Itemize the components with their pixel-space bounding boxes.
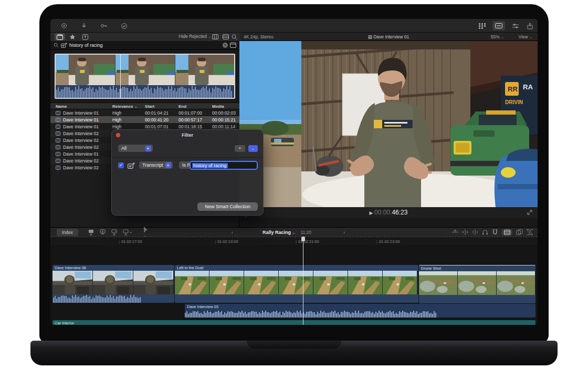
ruler-label: |01:02:17:00: [119, 239, 142, 244]
clip-thumbnail: [244, 271, 279, 294]
search-magnifier-icon: [54, 43, 59, 48]
timeline-clip-video[interactable]: Left in the Dust: [175, 265, 418, 303]
timeline-ruler[interactable]: |01:02:17:00|01:02:19:00|01:02:21:00|01:…: [50, 237, 538, 245]
clip-thumbnail: [313, 271, 348, 294]
photos-audio-icon[interactable]: [67, 33, 78, 40]
timeline-toggle-icon[interactable]: [492, 21, 505, 30]
ruler-label: |01:02:19:00: [215, 239, 238, 244]
clip-thumbnail: [209, 271, 244, 294]
laptop-base-notch: [247, 341, 341, 349]
fcp-window: Hide Rejected ⌄ history of racing ✕: [50, 19, 538, 325]
filter-dialog: Filter All + ⌄ ✓ Transcript Is Related T…: [111, 129, 264, 216]
clip-thumbnail: [93, 271, 133, 294]
ruler-label: |01:02:21:00: [296, 239, 319, 244]
dialog-title: Filter: [112, 130, 263, 138]
list-header[interactable]: Name Relevance ⌄ Start End Media Duratio…: [50, 103, 239, 109]
clip-thumbnail: [175, 271, 209, 294]
timeline-clip-audio[interactable]: Dave Interview 03: [185, 304, 536, 318]
insert-clip-icon[interactable]: [99, 229, 106, 236]
background-tasks-icon[interactable]: [118, 21, 130, 30]
keyword-icon[interactable]: [98, 21, 110, 30]
playhead[interactable]: [303, 237, 303, 325]
clip-thumbnail: [383, 271, 417, 294]
svg-text:DRIVIN: DRIVIN: [505, 99, 523, 105]
import-icon[interactable]: [78, 21, 90, 30]
search-icon[interactable]: [229, 33, 239, 40]
clear-search-icon[interactable]: ✕: [223, 43, 228, 48]
transitions-browser-icon[interactable]: [527, 229, 533, 235]
zoom-popup[interactable]: 55% ⌄: [491, 34, 504, 39]
clip-thumbnail: [458, 271, 497, 295]
new-smart-collection-button[interactable]: New Smart Collection: [197, 202, 258, 211]
col-relevance[interactable]: Relevance ⌄: [112, 104, 138, 109]
view-popup[interactable]: View ⌄: [518, 34, 532, 39]
append-clip-icon[interactable]: [111, 229, 118, 236]
browser-toggle-icon[interactable]: [476, 21, 488, 30]
clip-thumbnail: [175, 55, 235, 85]
viewer-video[interactable]: RR RA DRIVIN: [239, 41, 538, 207]
clip-thumbnail: [116, 55, 175, 85]
timeline-clip-video[interactable]: Dave Interview 06: [52, 265, 174, 303]
effects-browser-icon[interactable]: [516, 229, 523, 235]
timeline-clip-music[interactable]: Car interior: [52, 320, 536, 325]
skimming-icon[interactable]: [462, 229, 468, 235]
prev-project-icon[interactable]: ‹: [232, 230, 233, 235]
filmstrip-view-icon[interactable]: [210, 33, 220, 40]
index-button[interactable]: Index: [57, 229, 78, 236]
ruler-label: |01:02:23:00: [376, 239, 400, 244]
clip-thumbnail: [133, 271, 174, 294]
col-start[interactable]: Start: [145, 104, 154, 109]
svg-text:RA: RA: [523, 83, 533, 91]
svg-text:RR: RR: [508, 85, 518, 93]
inspector-toggle-icon[interactable]: [509, 21, 522, 30]
match-popup[interactable]: All: [118, 145, 153, 152]
divider: [112, 157, 263, 158]
clip-thumbnail: [419, 271, 458, 295]
clip-thumbnail: [497, 271, 536, 295]
voiceover-icon[interactable]: [58, 21, 70, 30]
col-end[interactable]: End: [178, 104, 186, 109]
strip-appearance-icon[interactable]: [230, 43, 236, 48]
solo-icon[interactable]: [482, 229, 488, 235]
snapping-icon[interactable]: [492, 229, 498, 235]
clip-thumbnail: [52, 271, 93, 294]
timeline-lanes: Dave Interview 06 Left in the Dust Drone…: [50, 245, 538, 325]
add-rule-menu-button[interactable]: ⌄: [248, 145, 258, 152]
timeline-clip-video[interactable]: Drone Shot: [419, 265, 536, 303]
rule-type-popup[interactable]: Transcript: [139, 161, 173, 169]
col-name[interactable]: Name: [56, 104, 67, 109]
audio-skimming-icon[interactable]: [472, 229, 478, 235]
event-filmstrip-area: [50, 50, 239, 103]
smart-collection-icon: [61, 43, 67, 48]
timecode-display: ▶ 00:00:46:23: [239, 209, 538, 216]
playhead-handle[interactable]: [301, 237, 305, 241]
fullscreen-icon[interactable]: [527, 210, 532, 215]
clip-appearance-button[interactable]: [502, 229, 512, 236]
viewer-panel: 4K 24p, Stereo ▤ Dave Interview 01 55% ⌄…: [239, 33, 538, 227]
table-row[interactable]: Dave Interview 01High00:00:41:2000:00:57…: [50, 116, 239, 123]
tool-popup[interactable]: ⌄: [143, 227, 148, 238]
hide-rejected-popup[interactable]: Hide Rejected ⌄: [178, 34, 211, 39]
overwrite-clip-icon[interactable]: [122, 229, 132, 236]
browser-toolbar: Hide Rejected ⌄: [50, 33, 239, 41]
titles-generators-icon[interactable]: [80, 33, 90, 40]
next-project-icon[interactable]: ›: [343, 230, 345, 235]
table-row[interactable]: Dave Interview 01High00:01:04:2100:01:07…: [50, 109, 239, 116]
search-field[interactable]: history of racing ✕: [50, 41, 239, 50]
share-icon[interactable]: [524, 21, 536, 30]
selected-clip-filmstrip[interactable]: [55, 54, 235, 99]
clip-thumbnail: [348, 271, 383, 294]
skimmer-playhead: [120, 55, 121, 98]
stepper-icon: [145, 146, 151, 151]
app-toolbar: [50, 19, 538, 33]
viewer-header: 4K 24p, Stereo ▤ Dave Interview 01 55% ⌄…: [239, 33, 538, 41]
connect-clip-icon[interactable]: [88, 229, 94, 236]
viewer-transport-bar: ⌄ ▶ 00:00:46:23: [239, 207, 538, 218]
trim-icon[interactable]: [452, 229, 458, 235]
media-sidebar-icon[interactable]: [55, 33, 65, 40]
rule-checkbox[interactable]: ✓: [118, 162, 124, 168]
add-rule-button[interactable]: +: [235, 145, 245, 152]
rule-value-field[interactable]: history of racing: [190, 161, 258, 170]
search-input[interactable]: history of racing: [69, 43, 220, 48]
project-name-popup[interactable]: Rally Racing ⌄: [262, 230, 295, 235]
